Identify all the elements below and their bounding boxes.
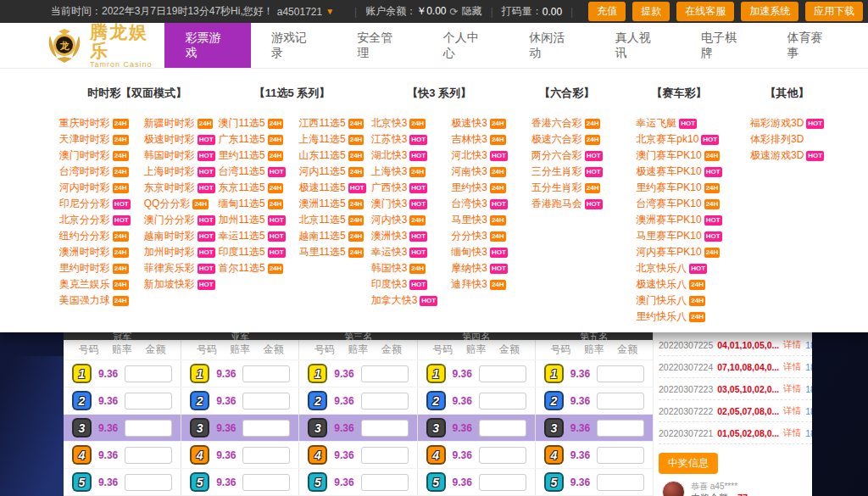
lottery-menu-item[interactable]: 幸运快3HOT xyxy=(371,244,438,260)
lottery-menu-item[interactable]: 上海时时彩HOT xyxy=(144,164,215,180)
lottery-menu-item[interactable]: 东京11选524H xyxy=(219,180,286,196)
bet-amount-input[interactable] xyxy=(361,365,409,382)
nav-item-休闲活动[interactable]: 休闲活动 xyxy=(509,23,594,68)
bet-amount-input[interactable] xyxy=(125,393,172,410)
bet-amount-input[interactable] xyxy=(479,420,526,437)
bet-amount-input[interactable] xyxy=(597,365,644,382)
lottery-menu-item[interactable]: 台湾时时彩24H xyxy=(59,164,131,180)
bet-amount-input[interactable] xyxy=(242,474,290,491)
lottery-menu-item[interactable]: 澳门11选524H xyxy=(219,115,286,131)
lottery-menu-item[interactable]: 北京快乐八HOT xyxy=(636,260,721,276)
lottery-menu-item[interactable]: 缅甸快3HOT xyxy=(451,244,508,260)
bet-amount-input[interactable] xyxy=(242,365,290,382)
bet-amount-input[interactable] xyxy=(479,447,526,464)
lottery-menu-item[interactable]: 马里快324H xyxy=(451,212,508,228)
bet-amount-input[interactable] xyxy=(361,447,409,464)
lottery-menu-item[interactable]: 香港六合彩24H xyxy=(531,115,603,131)
lottery-menu-item[interactable]: 五分生肖彩24H xyxy=(531,180,603,196)
lottery-menu-item[interactable]: 幸运飞艇HOT xyxy=(636,115,721,131)
lottery-menu-item[interactable]: 纽约分分彩24H xyxy=(59,228,131,244)
lottery-menu-item[interactable]: 澳洲快3HOT xyxy=(371,228,438,244)
bet-amount-input[interactable] xyxy=(125,474,172,491)
bet-amount-input[interactable] xyxy=(479,365,526,382)
bet-amount-input[interactable] xyxy=(361,474,409,491)
lottery-menu-item[interactable]: 里约时时彩24H xyxy=(59,260,131,276)
bet-amount-input[interactable] xyxy=(242,447,290,464)
lottery-menu-item[interactable]: 极速六合彩24H xyxy=(531,131,603,148)
user-menu[interactable]: Hi,您好！a4501721 ▼ xyxy=(231,4,334,19)
bet-amount-input[interactable] xyxy=(125,420,172,437)
lottery-menu-item[interactable]: 极速快乐八24H xyxy=(636,276,721,293)
lottery-menu-item[interactable]: 越南时时彩HOT xyxy=(144,228,215,244)
lottery-menu-item[interactable]: 韩国时时彩HOT xyxy=(144,148,215,164)
lottery-menu-item[interactable]: 河内时时彩24H xyxy=(59,180,131,196)
lottery-menu-item[interactable]: 河北快3HOT xyxy=(451,148,508,164)
lottery-menu-item[interactable]: 河内赛车PK1024H xyxy=(636,244,721,260)
lottery-menu-item[interactable]: 河南快324H xyxy=(451,164,508,180)
lottery-menu-item[interactable]: 澳洲11选524H xyxy=(299,196,366,212)
nav-item-个人中心[interactable]: 个人中心 xyxy=(423,23,509,68)
lottery-menu-item[interactable]: 摩纳快3HOT xyxy=(451,260,508,276)
lottery-menu-item[interactable]: 上海11选524H xyxy=(299,131,366,148)
record-detail-link[interactable]: 详情 xyxy=(783,361,801,373)
nav-item-安全管理[interactable]: 安全管理 xyxy=(337,23,422,68)
lottery-menu-item[interactable]: 极速快324H xyxy=(451,115,508,131)
lottery-menu-item[interactable]: 越南11选524H xyxy=(299,228,366,244)
lottery-menu-item[interactable]: 广西快3HOT xyxy=(371,180,438,196)
lottery-menu-item[interactable]: 极速时时彩HOT xyxy=(144,131,215,148)
lottery-menu-item[interactable]: 菲律宾乐彩HOT xyxy=(144,260,215,276)
lottery-menu-item[interactable]: 澳门快3HOT xyxy=(371,196,438,212)
lottery-menu-item[interactable]: 天津时时彩24H xyxy=(59,131,131,148)
topbar-action-button[interactable]: 提款 xyxy=(632,2,670,21)
lottery-menu-item[interactable]: 台湾11选5HOT xyxy=(219,164,286,180)
nav-item-电子棋牌[interactable]: 电子棋牌 xyxy=(681,23,766,68)
lottery-menu-item[interactable]: 重庆时时彩24H xyxy=(59,115,131,131)
lottery-menu-item[interactable]: 极速11选5HOT xyxy=(299,180,366,196)
lottery-menu-item[interactable]: 澳门时时彩24H xyxy=(59,148,131,164)
lottery-menu-item[interactable]: 缅甸11选524H xyxy=(219,196,286,212)
winner-info-badge[interactable]: 中奖信息 xyxy=(659,453,718,474)
bet-amount-input[interactable] xyxy=(125,365,172,382)
nav-item-体育赛事[interactable]: 体育赛事 xyxy=(767,23,853,68)
lottery-menu-item[interactable]: 里约赛车PK1024H xyxy=(636,180,721,196)
nav-item-彩票游戏[interactable]: 彩票游戏 xyxy=(164,23,250,68)
lottery-menu-item[interactable]: 马里赛车PK10HOT xyxy=(636,228,721,244)
lottery-menu-item[interactable]: 美国强力球24H xyxy=(59,293,131,309)
bet-amount-input[interactable] xyxy=(597,393,644,410)
lottery-menu-item[interactable]: 山东11选524H xyxy=(299,148,366,164)
topbar-action-button[interactable]: 在线客服 xyxy=(676,2,734,21)
lottery-menu-item[interactable]: 河内11选524H xyxy=(299,164,366,180)
lottery-menu-item[interactable]: 印度11选5HOT xyxy=(219,244,286,260)
bet-amount-input[interactable] xyxy=(597,420,644,437)
lottery-menu-item[interactable]: 加拿大快3HOT xyxy=(371,293,438,309)
lottery-menu-item[interactable]: 奥克兰娱乐24H xyxy=(59,276,131,293)
lottery-menu-item[interactable]: 分分快324H xyxy=(451,228,508,244)
record-detail-link[interactable]: 详情 xyxy=(783,405,801,417)
lottery-menu-item[interactable]: 新加坡快彩HOT xyxy=(144,276,215,293)
lottery-menu-item[interactable]: 幸运11选5HOT xyxy=(219,228,286,244)
lottery-menu-item[interactable]: 湖北快3HOT xyxy=(371,148,438,164)
topbar-action-button[interactable]: 充值 xyxy=(588,2,626,21)
bet-amount-input[interactable] xyxy=(242,393,290,410)
lottery-menu-item[interactable]: 福彩游戏3DHOT xyxy=(750,115,824,131)
lottery-menu-item[interactable]: 北京11选524H xyxy=(299,212,366,228)
lottery-menu-item[interactable]: 里约快乐八24H xyxy=(636,309,721,325)
bet-amount-input[interactable] xyxy=(597,474,644,491)
nav-item-真人视讯[interactable]: 真人视讯 xyxy=(595,23,681,68)
lottery-menu-item[interactable]: 印尼分分彩HOT xyxy=(59,196,131,212)
lottery-menu-item[interactable]: 迪拜快324H xyxy=(451,276,508,293)
lottery-menu-item[interactable]: 极速游戏3DHOT xyxy=(750,148,824,164)
record-detail-link[interactable]: 详情 xyxy=(783,383,801,395)
lottery-menu-item[interactable]: 北京赛车pk10HOT xyxy=(636,131,721,148)
bet-amount-input[interactable] xyxy=(479,393,526,410)
lottery-menu-item[interactable]: 韩国快324H xyxy=(371,260,438,276)
lottery-menu-item[interactable]: 台湾快3HOT xyxy=(451,196,508,212)
lottery-menu-item[interactable]: 里约11选524H xyxy=(219,148,286,164)
lottery-menu-item[interactable]: 台湾赛车PK1024H xyxy=(636,196,721,212)
lottery-menu-item[interactable]: 里约快324H xyxy=(451,180,508,196)
lottery-menu-item[interactable]: 加州11选5HOT xyxy=(219,212,286,228)
hide-balance-toggle[interactable]: 隐藏 xyxy=(462,4,482,19)
bet-amount-input[interactable] xyxy=(242,420,290,437)
lottery-menu-item[interactable]: 广东11选524H xyxy=(219,131,286,148)
lottery-menu-item[interactable]: 首尔11选524H xyxy=(219,260,286,276)
